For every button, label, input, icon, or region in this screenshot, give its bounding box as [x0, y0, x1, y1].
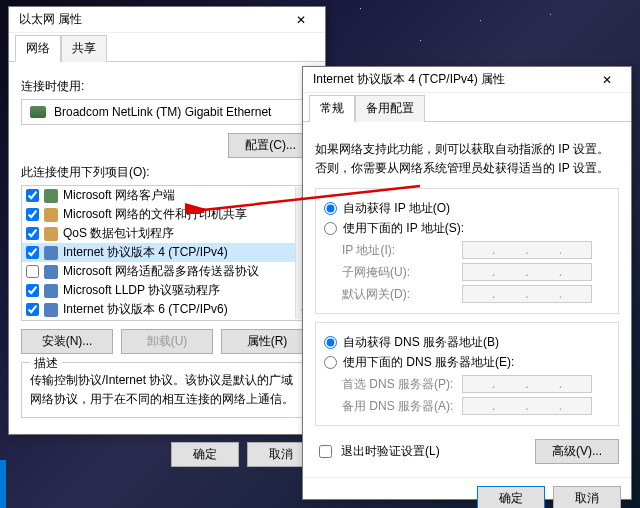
radio-ip-auto-label: 自动获得 IP 地址(O) — [343, 200, 450, 217]
dialog-footer: 确定 取消 — [9, 434, 325, 477]
item-label: Internet 协议版本 6 (TCP/IPv6) — [63, 301, 228, 318]
cancel-button[interactable]: 取消 — [553, 486, 621, 508]
dns-manual-row[interactable]: 使用下面的 DNS 服务器地址(E): — [324, 354, 610, 371]
close-icon: ✕ — [296, 13, 306, 27]
list-item[interactable]: Internet 协议版本 6 (TCP/IPv6) — [22, 300, 312, 319]
close-button[interactable]: ✕ — [281, 7, 321, 33]
connect-using-label: 连接时使用: — [21, 78, 313, 95]
validate-exit-checkbox[interactable] — [319, 445, 332, 458]
titlebar[interactable]: Internet 协议版本 4 (TCP/IPv4) 属性 ✕ — [303, 67, 631, 93]
item-checkbox[interactable] — [26, 246, 39, 259]
item-checkbox[interactable] — [26, 284, 39, 297]
tab-strip: 常规 备用配置 — [303, 95, 631, 122]
items-list[interactable]: Microsoft 网络客户端Microsoft 网络的文件和打印机共享QoS … — [21, 185, 313, 321]
item-checkbox[interactable] — [26, 265, 39, 278]
ok-button[interactable]: 确定 — [171, 442, 239, 467]
window-title: 以太网 属性 — [19, 11, 281, 28]
titlebar[interactable]: 以太网 属性 ✕ — [9, 7, 325, 33]
tab-general[interactable]: 常规 — [309, 95, 355, 122]
adapter-name: Broadcom NetLink (TM) Gigabit Ethernet — [54, 105, 271, 119]
radio-dns-manual[interactable] — [324, 356, 337, 369]
protocol-icon — [44, 265, 58, 279]
protocol-icon — [44, 303, 58, 317]
content-area: 如果网络支持此功能，则可以获取自动指派的 IP 设置。否则，你需要从网络系统管理… — [303, 122, 631, 477]
list-item[interactable]: Microsoft 网络的文件和打印机共享 — [22, 205, 312, 224]
radio-ip-manual-label: 使用下面的 IP 地址(S): — [343, 220, 464, 237]
uninstall-button[interactable]: 卸载(U) — [121, 329, 213, 354]
item-label: Microsoft 网络适配器多路传送器协议 — [63, 263, 259, 280]
dns-auto-row[interactable]: 自动获得 DNS 服务器地址(B) — [324, 334, 610, 351]
subnet-row: 子网掩码(U): ... — [342, 263, 610, 281]
client-icon — [44, 189, 58, 203]
protocol-icon — [44, 284, 58, 298]
service-icon — [44, 208, 58, 222]
subnet-input: ... — [462, 263, 592, 281]
dns-pref-row: 首选 DNS 服务器(P): ... — [342, 375, 610, 393]
item-label: 链路层拓扑发现响应程序 — [63, 320, 195, 321]
list-item[interactable]: Microsoft 网络客户端 — [22, 186, 312, 205]
ipv4-properties-window: Internet 协议版本 4 (TCP/IPv4) 属性 ✕ 常规 备用配置 … — [302, 66, 632, 500]
item-checkbox[interactable] — [26, 189, 39, 202]
item-checkbox[interactable] — [26, 227, 39, 240]
close-button[interactable]: ✕ — [587, 67, 627, 93]
nic-icon — [30, 106, 46, 118]
item-label: Microsoft 网络客户端 — [63, 187, 175, 204]
configure-button[interactable]: 配置(C)... — [228, 133, 313, 158]
list-item[interactable]: 链路层拓扑发现响应程序 — [22, 319, 312, 321]
properties-button[interactable]: 属性(R) — [221, 329, 313, 354]
dns-pref-label: 首选 DNS 服务器(P): — [342, 376, 462, 393]
advanced-button[interactable]: 高级(V)... — [535, 439, 619, 464]
list-item[interactable]: QoS 数据包计划程序 — [22, 224, 312, 243]
radio-dns-auto[interactable] — [324, 336, 337, 349]
item-label: Microsoft LLDP 协议驱动程序 — [63, 282, 220, 299]
tab-network[interactable]: 网络 — [15, 35, 61, 62]
service-icon — [44, 227, 58, 241]
content-area: 连接时使用: Broadcom NetLink (TM) Gigabit Eth… — [9, 62, 325, 434]
taskbar-edge — [0, 460, 6, 508]
ip-address-row: IP 地址(I): ... — [342, 241, 610, 259]
gateway-label: 默认网关(D): — [342, 286, 462, 303]
subnet-label: 子网掩码(U): — [342, 264, 462, 281]
adapter-box: Broadcom NetLink (TM) Gigabit Ethernet — [21, 99, 313, 125]
description-title: 描述 — [30, 355, 62, 372]
gateway-input: ... — [462, 285, 592, 303]
ip-address-input: ... — [462, 241, 592, 259]
dns-pref-input: ... — [462, 375, 592, 393]
dns-alt-row: 备用 DNS 服务器(A): ... — [342, 397, 610, 415]
intro-text: 如果网络支持此功能，则可以获取自动指派的 IP 设置。否则，你需要从网络系统管理… — [315, 140, 619, 178]
radio-dns-manual-label: 使用下面的 DNS 服务器地址(E): — [343, 354, 514, 371]
ip-auto-row[interactable]: 自动获得 IP 地址(O) — [324, 200, 610, 217]
tab-alternate[interactable]: 备用配置 — [355, 95, 425, 122]
item-label: Microsoft 网络的文件和打印机共享 — [63, 206, 247, 223]
tab-strip: 网络 共享 — [9, 35, 325, 62]
validate-exit-row[interactable]: 退出时验证设置(L) — [315, 442, 440, 461]
gateway-row: 默认网关(D): ... — [342, 285, 610, 303]
item-checkbox[interactable] — [26, 208, 39, 221]
dns-alt-label: 备用 DNS 服务器(A): — [342, 398, 462, 415]
item-label: Internet 协议版本 4 (TCP/IPv4) — [63, 244, 228, 261]
window-title: Internet 协议版本 4 (TCP/IPv4) 属性 — [313, 71, 587, 88]
radio-dns-auto-label: 自动获得 DNS 服务器地址(B) — [343, 334, 499, 351]
ethernet-properties-window: 以太网 属性 ✕ 网络 共享 连接时使用: Broadcom NetLink (… — [8, 6, 326, 435]
validate-exit-label: 退出时验证设置(L) — [341, 443, 440, 460]
list-item[interactable]: Internet 协议版本 4 (TCP/IPv4) — [22, 243, 312, 262]
tab-sharing[interactable]: 共享 — [61, 35, 107, 62]
description-text: 传输控制协议/Internet 协议。该协议是默认的广域网络协议，用于在不同的相… — [30, 371, 304, 409]
ok-button[interactable]: 确定 — [477, 486, 545, 508]
ip-manual-row[interactable]: 使用下面的 IP 地址(S): — [324, 220, 610, 237]
item-checkbox[interactable] — [26, 303, 39, 316]
items-label: 此连接使用下列项目(O): — [21, 164, 313, 181]
description-group: 描述 传输控制协议/Internet 协议。该协议是默认的广域网络协议，用于在不… — [21, 362, 313, 418]
install-button[interactable]: 安装(N)... — [21, 329, 113, 354]
ip-address-label: IP 地址(I): — [342, 242, 462, 259]
list-item[interactable]: Microsoft 网络适配器多路传送器协议 — [22, 262, 312, 281]
radio-ip-manual[interactable] — [324, 222, 337, 235]
close-icon: ✕ — [602, 73, 612, 87]
radio-ip-auto[interactable] — [324, 202, 337, 215]
list-item[interactable]: Microsoft LLDP 协议驱动程序 — [22, 281, 312, 300]
dialog-footer: 确定 取消 — [303, 477, 631, 508]
item-label: QoS 数据包计划程序 — [63, 225, 174, 242]
dns-alt-input: ... — [462, 397, 592, 415]
protocol-icon — [44, 246, 58, 260]
